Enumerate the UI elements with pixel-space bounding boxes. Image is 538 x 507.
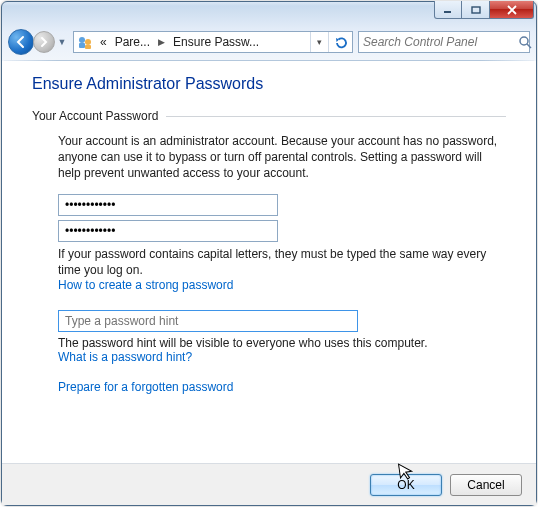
password-confirm-input[interactable] — [58, 220, 278, 242]
close-button[interactable] — [490, 1, 534, 19]
refresh-button[interactable] — [328, 32, 352, 52]
ok-button[interactable]: OK — [370, 474, 442, 496]
strong-password-link[interactable]: How to create a strong password — [58, 278, 506, 292]
password-hint-input[interactable] — [58, 310, 358, 332]
maximize-button[interactable] — [462, 1, 490, 19]
chevron-right-icon: ▶ — [154, 37, 169, 47]
arrow-right-icon — [38, 36, 50, 48]
parental-controls-icon — [76, 33, 94, 51]
address-bar[interactable]: « Pare... ▶ Ensure Passw... ▾ — [73, 31, 353, 53]
svg-rect-5 — [85, 45, 91, 49]
svg-point-2 — [79, 37, 85, 43]
prepare-forgotten-link[interactable]: Prepare for a forgotten password — [58, 380, 506, 394]
svg-rect-4 — [79, 43, 85, 48]
svg-rect-0 — [444, 11, 451, 13]
password-hint-link[interactable]: What is a password hint? — [58, 350, 506, 364]
nav-forward-button[interactable] — [33, 31, 55, 53]
caps-note: If your password contains capital letter… — [58, 246, 506, 278]
titlebar — [2, 2, 536, 28]
nav-history-dropdown[interactable]: ▼ — [56, 32, 68, 52]
window-buttons — [434, 1, 534, 19]
refresh-icon — [334, 35, 348, 49]
search-icon[interactable] — [518, 32, 532, 52]
cancel-button[interactable]: Cancel — [450, 474, 522, 496]
control-panel-window: ▼ « Pare... ▶ Ensure Passw... ▾ Ensure A… — [1, 1, 537, 506]
description-text: Your account is an administrator account… — [58, 133, 506, 182]
page-title: Ensure Administrator Passwords — [32, 75, 506, 93]
breadcrumb-chevrons[interactable]: « — [96, 32, 111, 52]
maximize-icon — [471, 6, 481, 14]
svg-line-7 — [527, 44, 531, 48]
svg-point-6 — [520, 37, 528, 45]
arrow-left-icon — [14, 35, 28, 49]
breadcrumb-segment-2[interactable]: Ensure Passw... — [169, 32, 263, 52]
navbar: ▼ « Pare... ▶ Ensure Passw... ▾ — [2, 28, 536, 60]
svg-rect-1 — [472, 7, 480, 13]
footer: OK Cancel — [2, 463, 536, 505]
section-divider — [166, 116, 506, 117]
nav-back-button[interactable] — [8, 29, 34, 55]
breadcrumb-segment-1[interactable]: Pare... — [111, 32, 154, 52]
close-icon — [506, 5, 518, 15]
search-input[interactable] — [359, 32, 518, 52]
minimize-button[interactable] — [434, 1, 462, 19]
content-area: Ensure Administrator Passwords Your Acco… — [2, 61, 536, 463]
address-dropdown[interactable]: ▾ — [310, 32, 328, 52]
section-header: Your Account Password — [32, 109, 506, 123]
minimize-icon — [443, 6, 453, 14]
section-label: Your Account Password — [32, 109, 158, 123]
svg-point-3 — [85, 39, 91, 45]
section-body: Your account is an administrator account… — [32, 133, 506, 394]
password-input[interactable] — [58, 194, 278, 216]
search-box[interactable] — [358, 31, 530, 53]
hint-note: The password hint will be visible to eve… — [58, 336, 506, 350]
